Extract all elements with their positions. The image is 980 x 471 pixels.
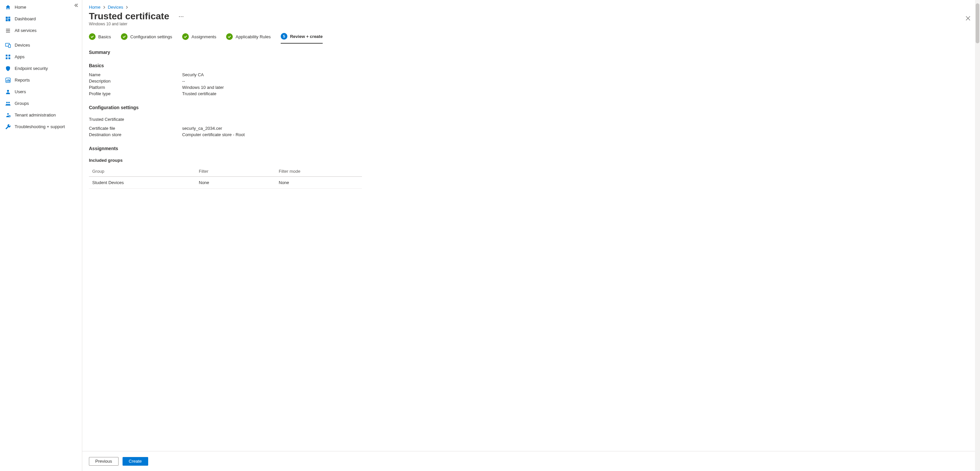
wizard-stepper: Basics Configuration settings Assignment… [82, 30, 980, 44]
check-icon [226, 33, 233, 40]
kv-row-name: Name Securly CA [89, 71, 973, 78]
kv-row-certfile: Certificate file securly_ca_2034.cer [89, 125, 973, 132]
step-label: Applicability Rules [235, 34, 271, 39]
step-configuration-settings[interactable]: Configuration settings [121, 33, 172, 44]
included-groups-heading: Included groups [89, 158, 973, 163]
kv-value: securly_ca_2034.cer [182, 126, 222, 131]
table-header-filter: Filter [199, 169, 279, 174]
kv-row-profile-type: Profile type Trusted certificate [89, 90, 973, 97]
more-actions-button[interactable]: ⋯ [176, 12, 187, 21]
check-icon [182, 33, 189, 40]
breadcrumb-home[interactable]: Home [89, 5, 100, 10]
sidebar-item-endpoint-security[interactable]: Endpoint security [0, 63, 82, 74]
chevron-right-icon [125, 6, 129, 9]
sidebar-item-devices[interactable]: Devices [0, 39, 82, 51]
breadcrumb: Home Devices [82, 0, 980, 10]
sidebar-item-apps[interactable]: Apps [0, 51, 82, 63]
user-icon [5, 89, 11, 95]
create-button[interactable]: Create [123, 457, 148, 466]
shield-icon [5, 65, 11, 72]
basics-heading: Basics [89, 63, 973, 68]
kv-key: Description [89, 79, 182, 84]
svg-rect-11 [6, 57, 7, 59]
svg-rect-8 [9, 44, 11, 47]
table-row: Student Devices None None [89, 177, 362, 189]
svg-point-18 [6, 101, 8, 103]
table-cell-filtermode: None [279, 180, 359, 185]
table-header-row: Group Filter Filter mode [89, 166, 362, 177]
check-icon [121, 33, 127, 40]
chevron-double-left-icon [74, 3, 78, 8]
step-assignments[interactable]: Assignments [182, 33, 216, 44]
svg-rect-15 [8, 79, 8, 82]
previous-button[interactable]: Previous [89, 457, 119, 466]
kv-value: Securly CA [182, 72, 204, 77]
summary-heading: Summary [89, 49, 973, 55]
sidebar-item-label: Reports [15, 78, 30, 82]
included-groups-table: Group Filter Filter mode Student Devices… [89, 166, 362, 189]
kv-key: Platform [89, 85, 182, 90]
config-heading: Configuration settings [89, 105, 973, 110]
sidebar-item-label: Troubleshooting + support [15, 124, 65, 129]
sidebar-item-label: Dashboard [15, 16, 36, 21]
step-label: Configuration settings [130, 34, 172, 39]
dashboard-icon [5, 16, 11, 22]
sidebar-item-label: All services [15, 28, 37, 33]
sidebar-item-all-services[interactable]: All services [0, 25, 82, 36]
config-subheading: Trusted Certificate [89, 117, 973, 122]
step-number-badge: 5 [281, 33, 287, 40]
svg-point-17 [7, 90, 9, 92]
wizard-footer: Previous Create [82, 451, 980, 471]
svg-rect-14 [7, 80, 7, 82]
sidebar-divider [0, 38, 82, 38]
sidebar-item-label: Home [15, 5, 26, 10]
breadcrumb-devices[interactable]: Devices [108, 5, 123, 10]
sidebar: Home Dashboard All services Devices [0, 0, 82, 471]
assignments-heading: Assignments [89, 146, 973, 151]
sidebar-item-reports[interactable]: Reports [0, 74, 82, 86]
sidebar-item-label: Devices [15, 43, 30, 48]
sidebar-item-home[interactable]: Home [0, 2, 82, 13]
vertical-scrollbar[interactable] [975, 0, 980, 471]
kv-value: Windows 10 and later [182, 85, 224, 90]
scrollbar-thumb[interactable] [976, 3, 979, 43]
allservices-icon [5, 27, 11, 34]
kv-row-deststore: Destination store Computer certificate s… [89, 132, 973, 138]
sidebar-item-tenant-admin[interactable]: Tenant administration [0, 109, 82, 121]
reports-icon [5, 77, 11, 84]
kv-key: Certificate file [89, 126, 182, 131]
svg-point-19 [8, 101, 10, 103]
sidebar-item-troubleshooting[interactable]: Troubleshooting + support [0, 121, 82, 132]
sidebar-item-label: Users [15, 89, 26, 94]
page-subtitle: Windows 10 and later [82, 22, 980, 30]
kv-value: Trusted certificate [182, 91, 216, 96]
kv-row-description: Description -- [89, 78, 973, 84]
step-label: Basics [98, 34, 111, 39]
svg-point-20 [7, 113, 9, 115]
step-applicability-rules[interactable]: Applicability Rules [226, 33, 271, 44]
table-cell-group: Student Devices [92, 180, 199, 185]
wrench-icon [5, 124, 11, 130]
sidebar-item-dashboard[interactable]: Dashboard [0, 13, 82, 25]
step-basics[interactable]: Basics [89, 33, 111, 44]
sidebar-item-label: Tenant administration [15, 113, 56, 117]
svg-rect-10 [9, 55, 10, 56]
devices-icon [5, 42, 11, 49]
content-scroll-area[interactable]: Summary Basics Name Securly CA Descripti… [82, 44, 980, 471]
step-label: Assignments [191, 34, 216, 39]
kv-value: Computer certificate store - Root [182, 132, 245, 137]
sidebar-item-groups[interactable]: Groups [0, 98, 82, 109]
kv-key: Destination store [89, 132, 182, 137]
sidebar-item-label: Groups [15, 101, 29, 106]
table-cell-filter: None [199, 180, 279, 185]
sidebar-item-label: Apps [15, 54, 25, 59]
sidebar-item-users[interactable]: Users [0, 86, 82, 98]
groups-icon [5, 100, 11, 107]
sidebar-collapse-button[interactable] [73, 3, 79, 9]
svg-rect-0 [6, 17, 8, 19]
main-panel: Home Devices Trusted certificate ⋯ Windo… [82, 0, 980, 471]
kv-key: Name [89, 72, 182, 77]
svg-rect-9 [6, 55, 7, 56]
svg-rect-12 [9, 57, 10, 59]
step-review-create[interactable]: 5 Review + create [281, 33, 323, 44]
